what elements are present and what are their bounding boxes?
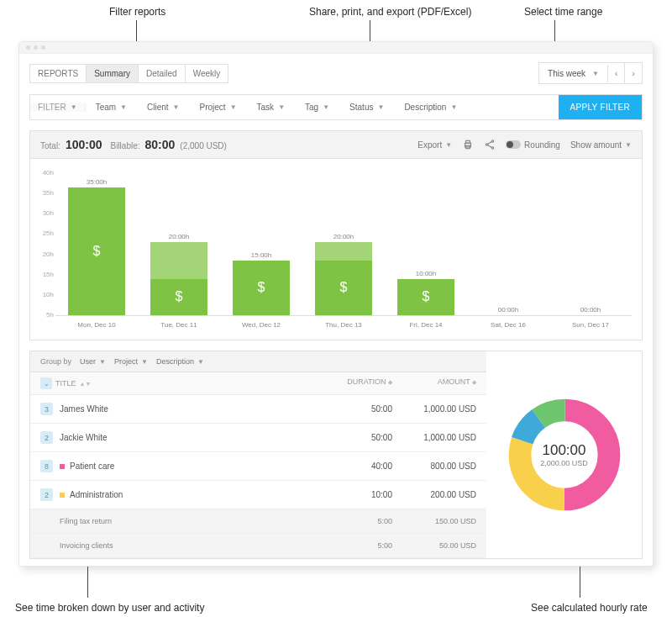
svg-point-4 xyxy=(486,144,487,145)
bar-col: 20:00h$ xyxy=(138,169,220,315)
chart-panel: Total: 100:00 Billable: 80:00 (2,000 USD… xyxy=(29,130,643,340)
next-period-button[interactable]: › xyxy=(625,63,642,83)
filter-task[interactable]: Task▼ xyxy=(247,103,295,112)
donut-total: 100:00 xyxy=(543,442,586,459)
bar-col: 10:00h$ xyxy=(385,169,467,315)
window-titlebar xyxy=(19,42,653,54)
time-range-selector: This week▼ ‹ › xyxy=(538,62,643,84)
totals: Total: 100:00 Billable: 80:00 (2,000 USD… xyxy=(40,138,227,151)
filter-description[interactable]: Description▼ xyxy=(394,103,467,112)
filter-team[interactable]: Team▼ xyxy=(86,103,137,112)
apply-filter-button[interactable]: APPLY FILTER xyxy=(559,95,642,119)
annotation-rate: See calculated hourly rate xyxy=(531,602,648,614)
annotation-time-range: Select time range xyxy=(524,6,602,18)
donut-chart: 100:00 2,000.00 USD xyxy=(506,396,623,514)
report-tabs: REPORTS Summary Detailed Weekly xyxy=(29,64,228,83)
time-range-button[interactable]: This week▼ xyxy=(539,65,608,82)
filter-label[interactable]: FILTER▼ xyxy=(30,103,86,112)
share-icon[interactable] xyxy=(484,139,496,150)
print-icon[interactable] xyxy=(462,139,474,150)
bar-col: 00:00h xyxy=(549,169,632,315)
filter-bar: FILTER▼ Team▼ Client▼ Project▼ Task▼ Tag… xyxy=(29,94,643,120)
filter-tag[interactable]: Tag▼ xyxy=(295,103,339,112)
rounding-toggle[interactable]: Rounding xyxy=(506,140,560,150)
svg-point-5 xyxy=(491,147,493,149)
col-amount[interactable]: AMOUNT ◆ xyxy=(392,377,476,389)
annotation-breakdown: See time broken down by user and activit… xyxy=(15,602,204,614)
tab-detailed[interactable]: Detailed xyxy=(139,65,186,82)
export-button[interactable]: Export▼ xyxy=(417,140,452,150)
col-duration[interactable]: DURATION ◆ xyxy=(325,377,392,389)
table-row[interactable]: Filing tax return5:00150.00 USD xyxy=(30,509,486,534)
filter-project[interactable]: Project▼ xyxy=(190,103,247,112)
group-by-description[interactable]: Description▼ xyxy=(156,357,204,366)
tab-summary[interactable]: Summary xyxy=(87,65,139,82)
app-window: REPORTS Summary Detailed Weekly This wee… xyxy=(18,41,654,567)
svg-rect-1 xyxy=(466,140,470,143)
table-row[interactable]: Invoicing clients5:0050.00 USD xyxy=(30,534,486,558)
filter-status[interactable]: Status▼ xyxy=(339,103,394,112)
show-amount-button[interactable]: Show amount▼ xyxy=(570,140,632,150)
bar-col: 00:00h xyxy=(467,169,549,315)
svg-line-7 xyxy=(488,145,492,148)
prev-period-button[interactable]: ‹ xyxy=(608,63,625,83)
bar-col: 20:00h$ xyxy=(302,169,385,315)
table-row[interactable]: 2Jackie White50:001,000.00 USD xyxy=(30,424,486,452)
svg-line-6 xyxy=(488,142,492,145)
bar-chart: 40h 35h 30h 25h 20h 15h 10h 5h 35:00h$20… xyxy=(30,159,642,340)
donut-amount: 2,000.00 USD xyxy=(540,459,588,467)
tab-weekly[interactable]: Weekly xyxy=(186,65,228,82)
group-by-label: Group by xyxy=(40,357,71,366)
table-row[interactable]: 8Patient care40:00800.00 USD xyxy=(30,452,486,481)
group-by-project[interactable]: Project▼ xyxy=(114,357,148,366)
svg-point-3 xyxy=(491,140,493,142)
bar-col: 35:00h$ xyxy=(55,169,138,315)
table-row[interactable]: 3James White50:001,000.00 USD xyxy=(30,395,486,424)
tab-reports[interactable]: REPORTS xyxy=(30,65,87,82)
col-title[interactable]: ⌄TITLE▲▼ xyxy=(40,377,325,389)
bar-col: 15:00h$ xyxy=(220,169,302,315)
annotation-share: Share, print, and export (PDF/Excel) xyxy=(309,6,471,18)
breakdown-panel: Group by User▼ Project▼ Description▼ ⌄TI… xyxy=(29,351,643,559)
group-by-user[interactable]: User▼ xyxy=(80,357,106,366)
filter-client[interactable]: Client▼ xyxy=(137,103,190,112)
table-row[interactable]: 2Administration10:00200.00 USD xyxy=(30,481,486,509)
annotation-filter: Filter reports xyxy=(109,6,165,18)
